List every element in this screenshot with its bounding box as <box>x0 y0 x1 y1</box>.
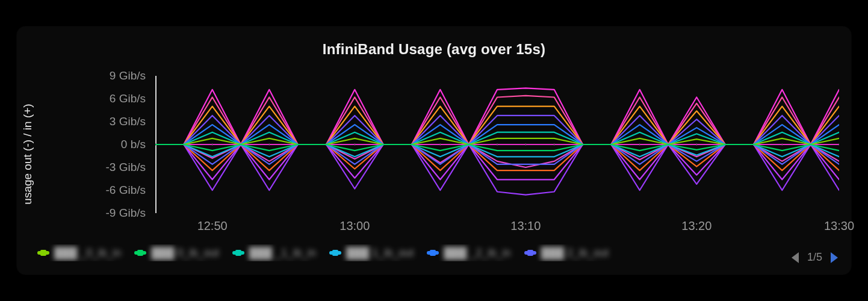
legend-swatch <box>134 251 146 255</box>
x-tick: 12:50 <box>197 219 228 233</box>
x-tick: 13:10 <box>510 219 541 233</box>
y-tick: 3 Gib/s <box>52 115 146 128</box>
legend-next-icon[interactable] <box>831 252 838 263</box>
legend-page-indicator: 1/5 <box>807 251 822 264</box>
x-tick: 13:30 <box>824 219 854 233</box>
legend-swatch <box>232 251 244 255</box>
legend-label: ███ 0_ib_out <box>151 247 219 259</box>
legend-swatch <box>329 251 341 255</box>
y-tick: -6 Gib/s <box>52 184 146 197</box>
legend-pager: 1/5 <box>792 251 838 264</box>
plot-area: usage out (-) / in (+) -9 Gib/s-6 Gib/s-… <box>35 76 839 232</box>
legend-label: ███ 1_ib_out <box>346 247 414 259</box>
y-ticks: -9 Gib/s-6 Gib/s-3 Gib/s0 b/s3 Gib/s6 Gi… <box>52 76 146 232</box>
legend-item[interactable]: ███ _1_ib_in <box>232 247 316 259</box>
legend-swatch <box>524 251 536 255</box>
legend-item[interactable]: ███ _2_ib_in <box>427 247 510 259</box>
y-axis-label: usage out (-) / in (+) <box>21 104 34 204</box>
legend-label: ███ _1_ib_in <box>249 247 316 259</box>
chart-title: InfiniBand Usage (avg over 15s) <box>17 41 851 58</box>
legend-label: ███ 2_ib_out <box>541 247 609 259</box>
legend-item[interactable]: ███ 0_ib_out <box>134 247 219 259</box>
y-tick: -9 Gib/s <box>52 206 146 220</box>
y-tick: -3 Gib/s <box>52 161 146 174</box>
legend: ███ _0_ib_in███ 0_ib_out███ _1_ib_in███ … <box>37 244 831 261</box>
y-tick: 9 Gib/s <box>52 69 146 82</box>
plot-canvas <box>155 76 839 213</box>
y-tick: 0 b/s <box>52 138 146 151</box>
legend-prev-icon[interactable] <box>792 252 799 263</box>
legend-label: ███ _0_ib_in <box>54 247 121 259</box>
x-tick: 13:20 <box>681 219 711 233</box>
legend-item[interactable]: ███ 2_ib_out <box>524 247 609 259</box>
x-tick: 13:00 <box>339 219 370 233</box>
y-tick: 6 Gib/s <box>52 92 146 105</box>
chart-panel: InfiniBand Usage (avg over 15s) usage ou… <box>17 26 851 275</box>
legend-item[interactable]: ███ 1_ib_out <box>329 247 414 259</box>
plot-svg <box>155 76 839 213</box>
legend-item[interactable]: ███ _0_ib_in <box>37 247 121 259</box>
x-ticks: 12:5013:0013:1013:2013:30 <box>155 219 839 234</box>
legend-swatch <box>427 251 439 255</box>
legend-swatch <box>37 251 49 255</box>
legend-label: ███ _2_ib_in <box>444 247 510 259</box>
